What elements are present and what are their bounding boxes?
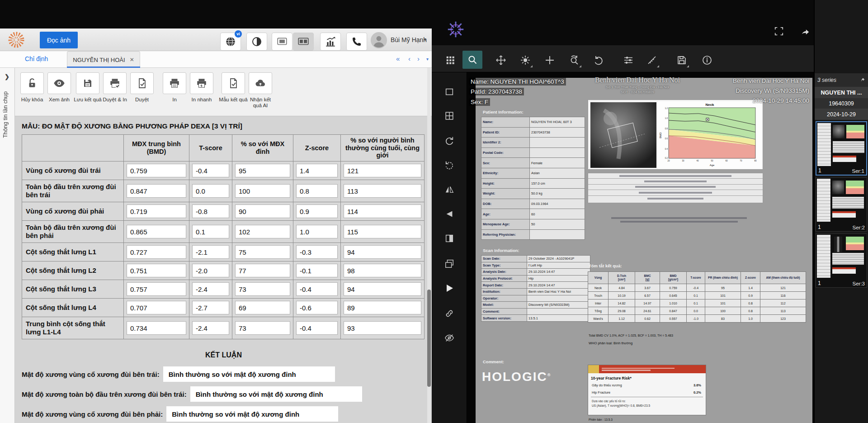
peak-field[interactable]: 95 (235, 164, 290, 177)
save-view-button[interactable] (674, 52, 689, 68)
conclusion-field[interactable]: Bình thường so với mật độ xương đỉnh (190, 386, 362, 402)
bmd-field[interactable]: 0.847 (127, 184, 186, 198)
zscore-field[interactable]: -0.6 (296, 301, 338, 314)
peak-field[interactable]: 73 (235, 321, 290, 335)
series-thumbnail-2[interactable]: 1 Ser:2 (816, 177, 867, 232)
ai-result-button[interactable] (249, 72, 272, 94)
zscore-field[interactable]: -0.1 (296, 264, 338, 277)
vertical-scrollbar[interactable] (427, 68, 431, 423)
peak-field[interactable]: 69 (235, 301, 290, 314)
cine-play-button[interactable] (443, 282, 455, 294)
zscore-field[interactable]: 0.8 (296, 184, 338, 198)
template-button[interactable] (222, 72, 245, 94)
zscore-field[interactable]: 1.0 (296, 225, 338, 238)
zoom-tool-button[interactable] (462, 51, 482, 69)
rotate-cw-button[interactable] (443, 135, 455, 147)
tscore-field[interactable]: -2.7 (192, 301, 229, 314)
call-button[interactable] (346, 33, 367, 51)
age-field[interactable]: 115 (344, 225, 421, 238)
single-layout-button[interactable] (272, 33, 292, 51)
scrollbar-thumb[interactable] (427, 290, 431, 387)
age-field[interactable]: 121 (344, 164, 421, 177)
pan-tool-button[interactable] (493, 52, 509, 68)
series-thumbnail-1[interactable]: 1 Ser:1 (816, 121, 867, 176)
conclusion-field[interactable]: Bình thường so với mật độ xương đỉnh (166, 406, 338, 422)
crosshair-button[interactable] (542, 52, 557, 68)
peak-field[interactable]: 100 (235, 184, 290, 198)
tab-nav-prev-icon[interactable]: ‹ (408, 55, 410, 62)
tscore-field[interactable]: -2.0 (192, 264, 229, 277)
peak-field[interactable]: 73 (235, 282, 290, 296)
age-field[interactable]: 93 (344, 321, 421, 335)
grid-menu-button[interactable] (443, 52, 458, 68)
expand-side-panel-icon[interactable]: ❯ (5, 73, 9, 80)
link-series-button[interactable] (443, 308, 455, 319)
series-thumbnail-3[interactable]: 1 Ser:3 (816, 233, 867, 288)
age-field[interactable]: 98 (344, 264, 421, 277)
tab-nav-next-icon[interactable]: › (417, 55, 420, 62)
measure-button[interactable] (644, 52, 660, 68)
tab-nav-first-icon[interactable]: « (396, 55, 400, 62)
print-button[interactable] (163, 72, 186, 94)
flip-vertical-button[interactable] (443, 208, 455, 220)
rectangle-roi-button[interactable] (443, 86, 455, 98)
bmd-field[interactable]: 0.734 (127, 321, 186, 335)
tab-nav-more-icon[interactable]: ▾ (426, 57, 429, 62)
tscore-field[interactable]: 0.1 (192, 225, 229, 238)
zscore-field[interactable]: -0.4 (296, 321, 338, 335)
reset-button[interactable] (591, 52, 606, 68)
age-field[interactable]: 113 (344, 184, 421, 198)
save-result-button[interactable] (76, 72, 99, 94)
language-button[interactable]: vi (220, 33, 241, 51)
image-info-button[interactable] (699, 52, 715, 68)
age-field[interactable]: 89 (344, 301, 421, 314)
quick-print-button[interactable] (190, 72, 213, 94)
hide-overlay-button[interactable] (443, 332, 455, 344)
peak-field[interactable]: 102 (235, 225, 290, 238)
invert-button[interactable] (443, 233, 455, 244)
zscore-field[interactable]: 1.4 (296, 164, 338, 177)
bmd-field[interactable]: 0.751 (127, 264, 186, 277)
bmd-field[interactable]: 0.707 (127, 301, 186, 314)
share-button[interactable] (799, 25, 811, 37)
user-name[interactable]: Bùi Mỹ Hạnh (391, 36, 427, 43)
user-menu-caret-icon[interactable]: ▾ (424, 37, 426, 42)
tscore-field[interactable]: -0.8 (192, 204, 229, 218)
conclusion-field[interactable]: Bình thường so với mật độ xương đỉnh (163, 366, 335, 382)
peak-field[interactable]: 77 (235, 264, 290, 277)
tab-patient[interactable]: NGUYỄN THỊ HOÀI ✕ (67, 51, 140, 68)
user-avatar[interactable] (371, 32, 387, 48)
tscore-field[interactable]: 0.0 (192, 184, 229, 198)
zoom-rotate-button[interactable] (566, 52, 582, 68)
tscore-field[interactable]: -2.1 (192, 245, 229, 259)
statistics-button[interactable] (320, 33, 341, 51)
bmd-field[interactable]: 0.865 (127, 225, 186, 238)
bmd-field[interactable]: 0.719 (127, 204, 186, 218)
bmd-field[interactable]: 0.757 (127, 282, 186, 296)
peak-field[interactable]: 75 (235, 245, 290, 259)
tab-worklist[interactable]: Chỉ định (25, 55, 48, 62)
tscore-field[interactable]: -0.4 (192, 164, 229, 177)
age-field[interactable]: 94 (344, 245, 421, 259)
pin-icon[interactable] (860, 77, 865, 83)
tab-close-icon[interactable]: ✕ (130, 57, 134, 63)
bmd-field[interactable]: 0.759 (127, 164, 186, 177)
approve-print-button[interactable] (103, 72, 127, 94)
zscore-field[interactable]: 0.9 (296, 204, 338, 218)
age-field[interactable]: 114 (344, 204, 421, 218)
age-field[interactable]: 94 (344, 282, 421, 296)
zscore-field[interactable]: -0.4 (296, 282, 338, 296)
dual-layout-button[interactable] (293, 33, 314, 51)
fullscreen-button[interactable] (773, 25, 785, 37)
approve-button[interactable] (130, 72, 154, 94)
image-stack-button[interactable] (443, 258, 455, 270)
tscore-field[interactable]: -2.4 (192, 282, 229, 296)
unlock-button[interactable] (20, 72, 44, 94)
bmd-field[interactable]: 0.727 (127, 245, 186, 259)
read-image-button[interactable]: Đọc ảnh (40, 32, 78, 48)
peak-field[interactable]: 90 (235, 204, 290, 218)
zscore-field[interactable]: -0.3 (296, 245, 338, 259)
image-viewport[interactable]: Patient Information: Name:NGUYEN THI HOA… (467, 72, 814, 423)
windowing-button[interactable] (518, 52, 533, 68)
adjustments-button[interactable] (621, 52, 636, 68)
